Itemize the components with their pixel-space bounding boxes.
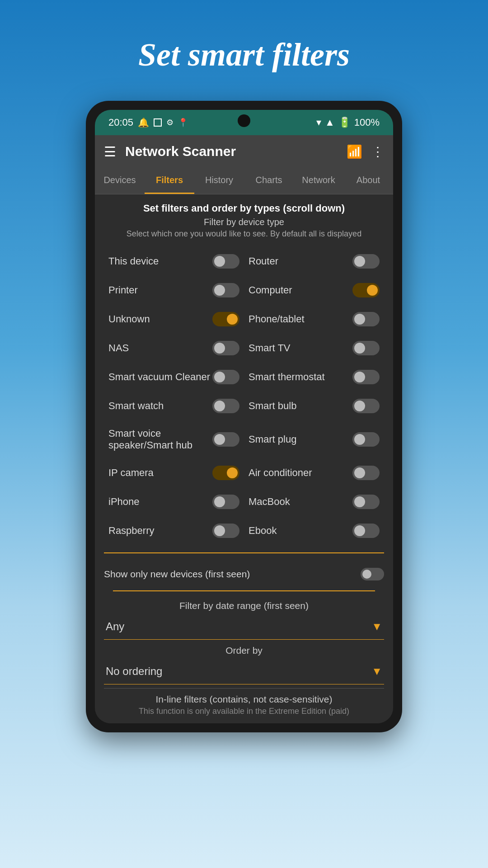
- toggle-raspberry[interactable]: [212, 524, 239, 538]
- inline-filter-desc: This function is only available in the E…: [104, 707, 384, 716]
- list-item: Smart watch: [104, 392, 244, 420]
- tab-history[interactable]: History: [194, 168, 244, 194]
- device-label-smart-vacuum: Smart vacuum Cleaner: [108, 371, 212, 383]
- order-by-title: Order by: [104, 640, 384, 659]
- toggle-router[interactable]: [352, 254, 380, 269]
- toggle-printer[interactable]: [212, 283, 239, 297]
- signal-icon: ▲: [325, 117, 335, 128]
- more-icon[interactable]: ⋮: [371, 144, 384, 159]
- device-label-iphone: iPhone: [108, 496, 212, 508]
- list-item: Printer: [104, 276, 244, 305]
- filter-header: Set filters and order by types (scroll d…: [95, 194, 393, 243]
- list-item: Smart voice speaker/Smart hub: [104, 420, 244, 458]
- battery-icon: 🔋: [338, 117, 351, 128]
- phone-screen: 20:05 🔔 ⚙ 📍 ▾ ▲ 🔋 100% ☰ Network Scanner…: [95, 110, 393, 723]
- inline-filter-title: In-line filters (contains, not case-sens…: [104, 694, 384, 705]
- list-item: This device: [104, 247, 244, 276]
- list-item: Phone/tablet: [244, 305, 384, 334]
- device-label-computer: Computer: [249, 284, 352, 296]
- toggle-ebook[interactable]: [352, 524, 380, 538]
- device-label-air-conditioner: Air conditioner: [249, 467, 352, 479]
- list-item: Smart bulb: [244, 392, 384, 420]
- status-bar: 20:05 🔔 ⚙ 📍 ▾ ▲ 🔋 100%: [95, 110, 393, 135]
- toggle-iphone[interactable]: [212, 495, 239, 509]
- device-label-raspberry: Raspberry: [108, 525, 212, 537]
- device-label-router: Router: [249, 255, 352, 267]
- list-item: Computer: [244, 276, 384, 305]
- menu-icon[interactable]: ☰: [104, 144, 116, 160]
- toggle-nas[interactable]: [212, 341, 239, 355]
- bell-icon: 🔔: [138, 117, 149, 128]
- content-area: Set filters and order by types (scroll d…: [95, 194, 393, 723]
- toggle-smart-tv[interactable]: [352, 341, 380, 355]
- wifi-status-icon: ▾: [316, 117, 321, 128]
- location-icon: 📍: [178, 118, 188, 127]
- device-label-this-device: This device: [108, 255, 212, 267]
- device-label-smart-thermostat: Smart thermostat: [249, 371, 352, 383]
- tabs-bar: Devices Filters History Charts Network A…: [95, 168, 393, 194]
- toolbar: ☰ Network Scanner 📶 ⋮: [95, 135, 393, 168]
- page-title: Set smart filters: [138, 36, 350, 74]
- list-item: Smart vacuum Cleaner: [104, 363, 244, 392]
- tab-charts[interactable]: Charts: [244, 168, 294, 194]
- list-item: Smart thermostat: [244, 363, 384, 392]
- inline-filter-section: In-line filters (contains, not case-sens…: [104, 688, 384, 719]
- phone-wrapper: 20:05 🔔 ⚙ 📍 ▾ ▲ 🔋 100% ☰ Network Scanner…: [86, 101, 402, 732]
- device-label-smart-watch: Smart watch: [108, 400, 212, 412]
- date-range-title: Filter by date range (first seen): [104, 595, 384, 614]
- device-label-smart-tv: Smart TV: [249, 342, 352, 354]
- toggle-air-conditioner[interactable]: [352, 466, 380, 480]
- toggle-macbook[interactable]: [352, 495, 380, 509]
- dropdown-arrow-order: ▼: [371, 665, 382, 678]
- tab-network[interactable]: Network: [294, 168, 343, 194]
- app-title: Network Scanner: [125, 144, 347, 159]
- toggle-smart-plug[interactable]: [352, 432, 380, 447]
- device-label-smart-plug: Smart plug: [249, 434, 352, 445]
- device-label-phone-tablet: Phone/tablet: [249, 313, 352, 325]
- tab-devices[interactable]: Devices: [95, 168, 145, 194]
- date-range-value: Any: [106, 620, 124, 633]
- bottom-section: Show only new devices (first seen) Filte…: [95, 557, 393, 723]
- wifi-icon[interactable]: 📶: [347, 144, 362, 159]
- list-item: Raspberry: [104, 516, 244, 545]
- toggle-phone-tablet[interactable]: [352, 312, 380, 326]
- divider-top: [104, 552, 384, 553]
- toggle-unknown[interactable]: [212, 312, 239, 326]
- list-item: NAS: [104, 334, 244, 363]
- list-item: Smart TV: [244, 334, 384, 363]
- tab-about[interactable]: About: [343, 168, 393, 194]
- status-time: 20:05 🔔 ⚙ 📍: [108, 117, 188, 128]
- battery-pct: 100%: [354, 117, 380, 128]
- filter-description: Select which one you would like to see. …: [104, 229, 384, 239]
- list-item: IP camera: [104, 458, 244, 487]
- toggle-computer[interactable]: [352, 283, 380, 297]
- status-right: ▾ ▲ 🔋 100%: [316, 117, 380, 128]
- toggle-smart-voice[interactable]: [212, 432, 239, 447]
- toggle-smart-vacuum[interactable]: [212, 370, 239, 384]
- filter-main-title: Set filters and order by types (scroll d…: [104, 203, 384, 214]
- square-icon: [154, 118, 162, 127]
- dropdown-arrow-date: ▼: [371, 620, 382, 633]
- list-item: Smart plug: [244, 420, 384, 458]
- list-item: iPhone: [104, 487, 244, 516]
- toggle-new-devices[interactable]: [361, 568, 384, 580]
- new-devices-label: Show only new devices (first seen): [104, 569, 250, 580]
- gear-icon: ⚙: [166, 118, 174, 127]
- device-label-unknown: Unknown: [108, 313, 212, 325]
- list-item: MacBook: [244, 487, 384, 516]
- device-label-smart-bulb: Smart bulb: [249, 400, 352, 412]
- toggle-smart-bulb[interactable]: [352, 399, 380, 413]
- tab-filters[interactable]: Filters: [145, 168, 194, 194]
- toggle-this-device[interactable]: [212, 254, 239, 269]
- device-label-smart-voice: Smart voice speaker/Smart hub: [108, 428, 212, 451]
- date-range-dropdown[interactable]: Any ▼: [104, 614, 384, 640]
- toggle-smart-watch[interactable]: [212, 399, 239, 413]
- device-label-ebook: Ebook: [249, 525, 352, 537]
- device-label-nas: NAS: [108, 342, 212, 354]
- toggle-smart-thermostat[interactable]: [352, 370, 380, 384]
- device-label-printer: Printer: [108, 284, 212, 296]
- order-by-dropdown[interactable]: No ordering ▼: [104, 659, 384, 684]
- toggle-ip-camera[interactable]: [212, 466, 239, 480]
- list-item: Ebook: [244, 516, 384, 545]
- camera-notch: [238, 114, 250, 127]
